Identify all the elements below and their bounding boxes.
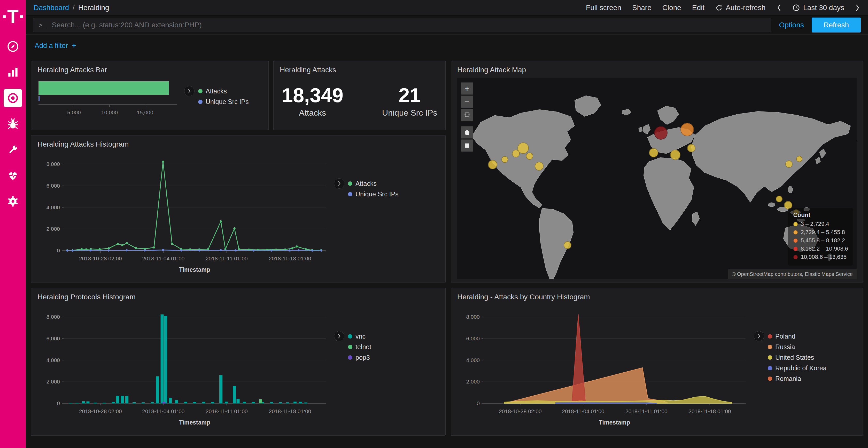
legend-label: United States bbox=[775, 354, 814, 361]
map-legend-label: 10,908.6 – 13,635 bbox=[801, 254, 846, 261]
search-input[interactable] bbox=[51, 21, 766, 29]
svg-text:2018-10-28 02:00: 2018-10-28 02:00 bbox=[79, 255, 122, 262]
legend-dot bbox=[348, 345, 352, 349]
zoom-in-button[interactable]: + bbox=[461, 82, 473, 95]
legend-dot bbox=[348, 334, 352, 339]
svg-text:4,000: 4,000 bbox=[46, 204, 60, 210]
draw-rectangle-button[interactable] bbox=[461, 139, 473, 152]
sidebar-item-malware[interactable] bbox=[4, 114, 22, 133]
edit-button[interactable]: Edit bbox=[692, 4, 705, 12]
attack-location-circle[interactable] bbox=[564, 241, 571, 249]
legend-dot bbox=[768, 377, 772, 381]
legend-toggle[interactable] bbox=[754, 331, 764, 341]
add-filter-link[interactable]: Add a filter + bbox=[35, 42, 76, 50]
legend-item-vnc[interactable]: vnc bbox=[348, 333, 371, 340]
draw-polygon-button[interactable] bbox=[461, 126, 473, 139]
filter-bar: Add a filter + bbox=[26, 35, 868, 57]
svg-text:10,000: 10,000 bbox=[101, 109, 118, 115]
share-button[interactable]: Share bbox=[632, 4, 652, 12]
metric-label: Attacks bbox=[282, 108, 344, 118]
svg-text:2,000: 2,000 bbox=[46, 379, 60, 384]
legend-label: Unique Src IPs bbox=[206, 98, 249, 106]
legend-item-russia[interactable]: Russia bbox=[768, 343, 827, 351]
attack-location-circle[interactable] bbox=[776, 196, 782, 202]
legend-toggle[interactable] bbox=[334, 178, 344, 188]
svg-text:6,000: 6,000 bbox=[46, 183, 60, 188]
sidebar-item-monitoring[interactable] bbox=[4, 166, 22, 185]
sidebar-item-settings[interactable] bbox=[4, 192, 22, 211]
legend-item-united-states[interactable]: United States bbox=[768, 354, 827, 361]
map-legend-label: 5,455.8 – 8,182.2 bbox=[801, 237, 845, 244]
bar-chart-icon bbox=[6, 66, 20, 79]
svg-text:2,000: 2,000 bbox=[46, 226, 60, 232]
legend-toggle[interactable] bbox=[184, 86, 194, 96]
panel-attacks-metric: Heralding Attacks 18,349 Attacks 21 Uniq… bbox=[273, 61, 445, 130]
attack-location-circle[interactable] bbox=[687, 144, 695, 152]
sidebar-item-tools[interactable] bbox=[4, 140, 22, 159]
svg-text:2018-10-28 02:00: 2018-10-28 02:00 bbox=[79, 408, 122, 414]
svg-text:8,000: 8,000 bbox=[466, 314, 480, 320]
sidebar-item-dashboard[interactable] bbox=[4, 37, 22, 56]
map-legend-dot bbox=[793, 230, 798, 235]
fit-bounds-button[interactable] bbox=[461, 109, 473, 121]
attack-location-circle[interactable] bbox=[670, 150, 680, 160]
legend-toggle[interactable] bbox=[334, 331, 344, 341]
auto-refresh-button[interactable]: Auto-refresh bbox=[715, 4, 766, 12]
map-legend-title: Count bbox=[793, 212, 848, 218]
svg-text:0: 0 bbox=[57, 400, 60, 406]
fullscreen-button[interactable]: Full screen bbox=[586, 4, 621, 12]
zoom-out-button[interactable]: − bbox=[461, 96, 473, 108]
attack-location-circle[interactable] bbox=[796, 156, 802, 162]
breadcrumb-dashboard[interactable]: Dashboard bbox=[34, 4, 69, 12]
legend-item-telnet[interactable]: telnet bbox=[348, 343, 371, 351]
refresh-button[interactable]: Refresh bbox=[812, 18, 861, 33]
legend-label: vnc bbox=[355, 333, 366, 340]
attack-location-circle[interactable] bbox=[526, 152, 533, 160]
attack-location-circle[interactable] bbox=[501, 156, 508, 163]
attack-location-circle[interactable] bbox=[518, 142, 529, 154]
legend-label: pop3 bbox=[355, 354, 370, 361]
map-legend-range: 8,182.2 – 10,908.6 bbox=[793, 245, 848, 252]
bug-icon bbox=[6, 117, 20, 130]
legend-item-pop3[interactable]: pop3 bbox=[348, 354, 371, 361]
legend-item-unique-src-ips[interactable]: Unique Src IPs bbox=[348, 191, 399, 198]
legend-item-romania[interactable]: Romania bbox=[768, 375, 827, 382]
attack-location-circle[interactable] bbox=[680, 123, 694, 136]
legend-item-poland[interactable]: Poland bbox=[768, 333, 827, 340]
terminal-prompt-icon: >_ bbox=[38, 21, 46, 29]
metric-unique-src-ips: 21 Unique Src IPs bbox=[382, 84, 437, 118]
attack-location-circle[interactable] bbox=[488, 160, 497, 169]
legend-item-republic-of-korea[interactable]: Republic of Korea bbox=[768, 365, 827, 372]
search-box[interactable]: >_ bbox=[33, 18, 771, 32]
sidebar-item-analytics[interactable] bbox=[4, 63, 22, 81]
time-range-picker[interactable]: Last 30 days bbox=[792, 4, 844, 12]
svg-text:2018-11-11 01:00: 2018-11-11 01:00 bbox=[206, 255, 248, 262]
telekom-logo[interactable]: T bbox=[3, 7, 23, 26]
legend-item-attacks[interactable]: Attacks bbox=[198, 88, 249, 95]
legend-item-attacks[interactable]: Attacks bbox=[348, 180, 399, 187]
options-link[interactable]: Options bbox=[779, 21, 804, 29]
attack-location-circle[interactable] bbox=[785, 161, 793, 168]
panel-attacks-histogram: Heralding Attacks Histogram 02,0004,0006… bbox=[31, 135, 445, 283]
world-map-area[interactable]: + − Count 3 – bbox=[457, 78, 857, 279]
panel-title: Heralding Attacks Bar bbox=[31, 61, 269, 76]
time-forward-button[interactable] bbox=[855, 4, 860, 12]
legend: AttacksUnique Src IPs bbox=[348, 178, 399, 198]
attack-location-circle[interactable] bbox=[654, 126, 668, 140]
clone-button[interactable]: Clone bbox=[662, 4, 681, 12]
legend-dot bbox=[348, 181, 352, 186]
svg-text:6,000: 6,000 bbox=[466, 336, 480, 341]
sidebar-item-attacks-active[interactable] bbox=[4, 89, 22, 107]
polygon-icon bbox=[464, 129, 470, 136]
attack-location-circle[interactable] bbox=[535, 162, 544, 171]
metric-value: 21 bbox=[382, 84, 437, 107]
map-controls: + − bbox=[461, 82, 473, 152]
legend-dot bbox=[348, 355, 352, 360]
legend-label: Unique Src IPs bbox=[355, 191, 399, 198]
metric-label: Unique Src IPs bbox=[382, 108, 437, 118]
chevron-right-icon bbox=[855, 4, 860, 12]
legend-item-unique-src-ips[interactable]: Unique Src IPs bbox=[198, 98, 249, 106]
time-back-button[interactable] bbox=[776, 4, 781, 12]
top-navbar: Dashboard / Heralding Full screen Share … bbox=[26, 0, 868, 15]
attack-location-circle[interactable] bbox=[649, 148, 658, 158]
